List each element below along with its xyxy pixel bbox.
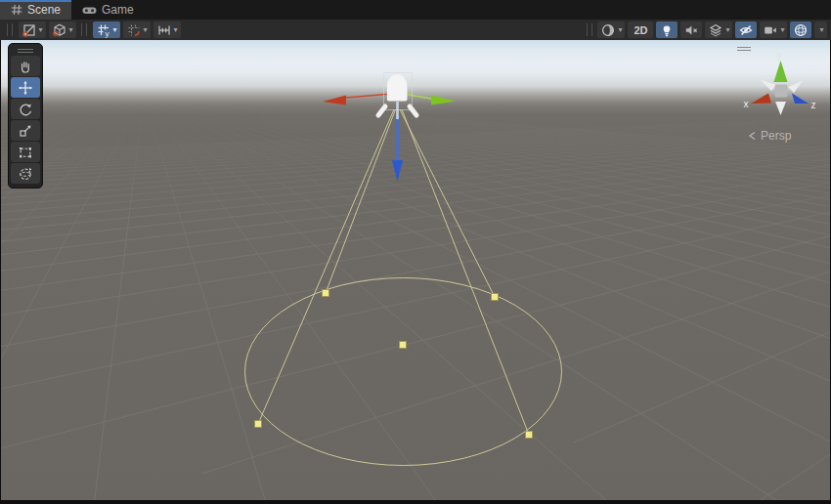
cone-handle[interactable] <box>492 294 499 301</box>
gizmo-axis-y[interactable] <box>774 61 788 82</box>
snap-increment-button[interactable]: ▾ <box>123 21 151 38</box>
chevron-down-icon: ▾ <box>144 26 148 34</box>
rect-icon <box>18 145 33 160</box>
toolbar-left-group: ▾▾y▾▾▾ <box>3 20 182 40</box>
ground-grid <box>1 103 830 501</box>
gizmos-button[interactable] <box>790 21 811 38</box>
rotate-tool[interactable] <box>11 99 40 119</box>
toolbar-separator <box>587 23 592 36</box>
lighting-toggle-button[interactable] <box>656 21 678 38</box>
effects-icon <box>708 22 723 38</box>
palette-drag-handle[interactable] <box>9 46 42 55</box>
drawmode-icon <box>22 22 37 38</box>
chevron-left-icon <box>748 131 757 141</box>
gizmo-cube[interactable] <box>775 85 788 98</box>
cone-handle[interactable] <box>323 290 329 297</box>
chevron-down-icon: ▾ <box>174 26 178 34</box>
transform-tool[interactable] <box>11 163 40 184</box>
bulb-icon <box>659 22 675 38</box>
scene-grid-icon <box>11 4 22 16</box>
spotlight-cone-gizmo <box>245 109 562 466</box>
scene-visibility-button[interactable] <box>735 21 757 38</box>
gizmo-axis-x[interactable] <box>751 94 771 105</box>
rotate-icon <box>18 102 33 117</box>
z-axis-handle[interactable] <box>404 94 431 99</box>
toolbar-separator <box>81 23 87 36</box>
x-axis-handle[interactable] <box>346 94 391 98</box>
move-tool[interactable] <box>11 77 40 98</box>
2d-toggle-button-label: 2D <box>631 24 650 36</box>
camera-icon <box>763 22 778 38</box>
debug-mode-button[interactable]: ▾ <box>49 21 76 38</box>
shading-mode-button[interactable]: ▾ <box>597 21 625 38</box>
gizmo-axis-z[interactable] <box>792 94 809 105</box>
cube-icon <box>52 22 67 38</box>
projection-label: Persp <box>761 129 791 143</box>
cone-handle[interactable] <box>526 432 533 439</box>
x-axis-arrow[interactable] <box>323 96 346 105</box>
unity-scene-view-window: Scene Game ▾▾y▾▾▾ ▾2D▾▾▾ yxz Persp <box>0 0 831 504</box>
camera-settings-button[interactable]: ▾ <box>760 21 787 38</box>
chevron-down-icon: ▾ <box>618 26 622 34</box>
tool-palette-overlay <box>8 43 43 189</box>
gridy-icon: y <box>96 22 111 38</box>
chevron-down-icon: ▾ <box>725 26 729 34</box>
svg-text:y: y <box>105 29 109 38</box>
gizmo-axis-neg-z[interactable] <box>760 79 776 91</box>
snapgrid-icon <box>126 22 142 38</box>
scale-tool[interactable] <box>11 120 40 141</box>
cone-handle[interactable] <box>400 342 407 349</box>
gizmo-axis-neg-y[interactable] <box>775 102 786 115</box>
light-ray <box>410 106 416 115</box>
scene-toolbar: ▾▾y▾▾▾ ▾2D▾▾▾ <box>0 20 831 40</box>
hand-icon <box>18 59 33 74</box>
eyeslash-icon <box>738 22 754 38</box>
2d-toggle-button[interactable]: 2D <box>628 21 653 38</box>
tab-scene[interactable]: Scene <box>0 0 71 20</box>
cone-handle[interactable] <box>255 421 262 428</box>
chevron-down-icon: ▾ <box>819 26 823 34</box>
gizmo-axis-neg-x[interactable] <box>788 81 803 94</box>
audiomute-icon <box>683 22 699 38</box>
scale-icon <box>18 123 33 139</box>
draw-mode-button[interactable]: ▾ <box>19 21 46 38</box>
tab-game-label: Game <box>102 3 134 17</box>
grid-visibility-button[interactable]: y▾ <box>93 21 120 38</box>
gamepad-icon <box>82 5 97 16</box>
tab-bar: Scene Game <box>0 0 831 20</box>
movesnap-icon <box>156 22 172 38</box>
tab-scene-label: Scene <box>27 3 61 17</box>
audio-toggle-button[interactable] <box>680 21 702 38</box>
orientation-gizmo-drag-handle[interactable] <box>737 47 751 51</box>
z-axis-arrow[interactable] <box>431 96 456 105</box>
scene-render: yxz <box>1 40 830 500</box>
gizmosphere-icon <box>793 22 809 38</box>
axis-label-x: x <box>744 99 749 109</box>
axis-label-z: z <box>811 100 816 110</box>
sphere-icon <box>600 22 616 38</box>
light-bulb-icon <box>387 74 408 101</box>
chevron-down-icon: ▾ <box>69 26 73 34</box>
rect-tool[interactable] <box>11 142 40 162</box>
axis-label-y: y <box>777 50 782 61</box>
move-icon <box>18 80 33 96</box>
orientation-gizmo: yxz <box>744 50 816 115</box>
chevron-down-icon: ▾ <box>780 26 784 34</box>
effects-button[interactable]: ▾ <box>705 21 732 38</box>
chevron-down-icon: ▾ <box>113 26 117 34</box>
move-snap-button[interactable]: ▾ <box>153 21 181 38</box>
view-tool[interactable] <box>11 56 40 76</box>
toolbar-right-group: ▾2D▾▾▾ <box>583 20 828 40</box>
gizmos-caret-button[interactable]: ▾ <box>814 21 826 38</box>
scene-viewport[interactable]: yxz Persp <box>1 40 830 500</box>
toolbar-separator <box>7 23 13 36</box>
projection-toggle[interactable]: Persp <box>748 129 791 143</box>
chevron-down-icon: ▾ <box>39 26 43 34</box>
transform-icon <box>18 166 33 182</box>
tab-game[interactable]: Game <box>71 0 145 20</box>
